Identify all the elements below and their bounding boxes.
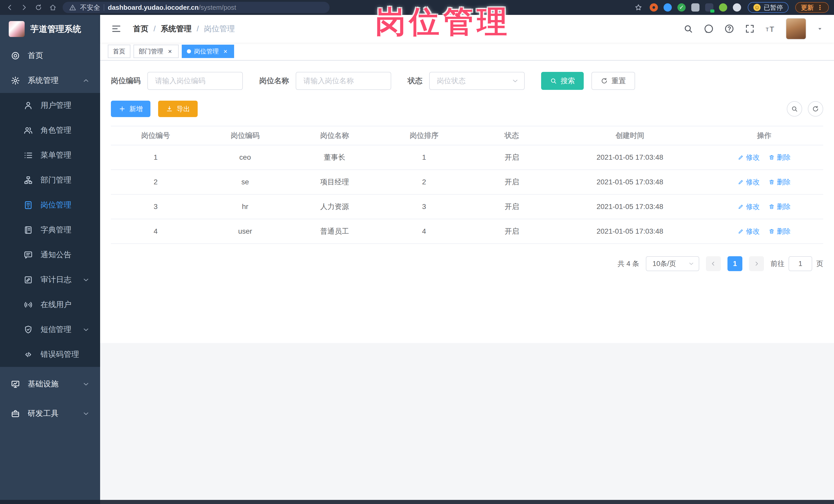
goto-page-input[interactable] — [789, 256, 812, 271]
refresh-button[interactable] — [808, 101, 823, 116]
delete-link[interactable]: 删除 — [769, 177, 791, 187]
cell-actions: 修改删除 — [705, 145, 823, 170]
toggle-search-button[interactable] — [787, 101, 802, 116]
edit-link[interactable]: 修改 — [738, 227, 760, 236]
column-header: 岗位编号 — [111, 126, 200, 145]
help-icon[interactable] — [724, 24, 734, 34]
sidebar-item-errcode[interactable]: 错误码管理 — [0, 342, 100, 367]
ext-gray-tool-icon[interactable] — [691, 3, 700, 12]
sidebar-item-devtools[interactable]: 研发工具 — [0, 401, 100, 426]
cell-actions: 修改删除 — [705, 170, 823, 194]
breadcrumb-item[interactable]: 系统管理 — [161, 24, 192, 34]
next-page-button[interactable] — [749, 256, 764, 271]
prev-page-button[interactable] — [706, 256, 721, 271]
bookmark-star-icon[interactable] — [634, 3, 643, 12]
breadcrumb: 首页/系统管理/岗位管理 — [133, 24, 235, 34]
edit-link[interactable]: 修改 — [738, 202, 760, 211]
github-icon[interactable] — [704, 24, 714, 34]
post-code-input[interactable] — [147, 72, 243, 90]
update-button[interactable]: 更新 ⋮ — [795, 2, 829, 13]
refresh-icon — [601, 77, 608, 85]
edit-label: 修改 — [746, 202, 760, 211]
search-icon[interactable] — [683, 24, 693, 34]
table-tools — [787, 101, 823, 116]
cell-no: 2 — [111, 170, 200, 194]
delete-link[interactable]: 删除 — [769, 227, 791, 236]
url-text[interactable]: dashboard.yudao.iocoder.cn/system/post — [108, 4, 236, 12]
sidebar-item-home[interactable]: 首页 — [0, 43, 100, 68]
address-bar[interactable]: 不安全 dashboard.yudao.iocoder.cn/system/po… — [63, 2, 330, 13]
fullscreen-icon[interactable] — [745, 24, 755, 34]
sidebar-item-online[interactable]: 在线用户 — [0, 292, 100, 317]
page-number-button[interactable]: 1 — [727, 256, 742, 271]
delete-link[interactable]: 删除 — [769, 202, 791, 211]
post-name-input[interactable] — [296, 72, 391, 90]
breadcrumb-item[interactable]: 首页 — [133, 24, 148, 34]
logo-row[interactable]: 芋道管理系统 — [0, 15, 100, 43]
edit-link[interactable]: 修改 — [738, 153, 760, 162]
extensions: ✓ — [650, 3, 741, 12]
table-row: 3hr人力资源3开启2021-01-05 17:03:48修改删除 — [111, 194, 823, 219]
ext-light-puzzle-icon[interactable] — [733, 3, 741, 12]
cell-code: hr — [200, 194, 290, 219]
sidebar-item-role[interactable]: 角色管理 — [0, 118, 100, 143]
cell-no: 4 — [111, 219, 200, 244]
status-label: 状态 — [408, 76, 422, 86]
forward-icon[interactable] — [20, 3, 29, 12]
ext-green-leaf-icon[interactable] — [719, 3, 727, 12]
search-button[interactable]: 搜索 — [541, 72, 584, 90]
tabs-bar: 首页部门管理×岗位管理× — [100, 43, 834, 61]
ext-blue-pin-icon[interactable] — [663, 3, 672, 12]
tab-岗位管理[interactable]: 岗位管理× — [182, 45, 234, 58]
sidebar-item-dict[interactable]: 字典管理 — [0, 217, 100, 242]
edit-link[interactable]: 修改 — [738, 177, 760, 187]
export-button[interactable]: 导出 — [158, 101, 198, 117]
sidebar-item-sms[interactable]: 短信管理 — [0, 317, 100, 342]
back-icon[interactable] — [5, 3, 14, 12]
sidebar-item-menu[interactable]: 菜单管理 — [0, 143, 100, 168]
sidebar-item-user[interactable]: 用户管理 — [0, 93, 100, 118]
ext-green-check-icon[interactable]: ✓ — [677, 3, 686, 12]
status-select[interactable]: 岗位状态 — [429, 72, 525, 90]
sidebar-item-post[interactable]: 岗位管理 — [0, 193, 100, 217]
shield-icon — [24, 325, 33, 334]
close-icon[interactable]: × — [222, 48, 229, 55]
ext-orange-ring-icon[interactable] — [650, 3, 658, 12]
logo-image — [9, 21, 25, 37]
sidebar-item-system[interactable]: 系统管理 — [0, 68, 100, 93]
sidebar-item-audit[interactable]: 审计日志 — [0, 267, 100, 292]
cell-sort: 3 — [379, 194, 469, 219]
delete-label: 删除 — [777, 153, 791, 162]
chevron-up-icon — [82, 77, 90, 85]
tab-首页[interactable]: 首页 — [108, 45, 130, 58]
avatar[interactable] — [786, 18, 806, 40]
page-size-select[interactable]: 10条/页 — [646, 256, 699, 271]
pagination: 共 4 条 10条/页 1 前往 页 — [111, 256, 823, 271]
sidebar: 芋道管理系统 首页系统管理用户管理角色管理菜单管理部门管理岗位管理字典管理通知公… — [0, 15, 100, 504]
sidebar-item-label: 基础设施 — [28, 379, 59, 389]
column-header: 创建时间 — [555, 126, 705, 145]
download-icon — [166, 105, 173, 112]
browser-menu-icon[interactable]: ⋮ — [817, 4, 823, 11]
caret-down-icon[interactable] — [816, 25, 823, 32]
cell-sort: 4 — [379, 219, 469, 244]
reload-icon[interactable] — [34, 3, 43, 12]
hamburger-icon[interactable] — [111, 23, 122, 34]
tab-部门管理[interactable]: 部门管理× — [133, 45, 179, 58]
reset-button[interactable]: 重置 — [591, 72, 635, 90]
sidebar-item-label: 菜单管理 — [41, 150, 71, 160]
sidebar-item-notice[interactable]: 通知公告 — [0, 242, 100, 267]
browser-home-icon[interactable] — [48, 3, 58, 12]
sidebar-item-dept[interactable]: 部门管理 — [0, 168, 100, 193]
paused-pill[interactable]: ☺ 已暂停 — [748, 2, 789, 13]
sidebar-item-infra[interactable]: 基础设施 — [0, 372, 100, 396]
cell-name: 普通员工 — [290, 219, 379, 244]
close-icon[interactable]: × — [166, 48, 174, 55]
font-size-icon[interactable]: TT — [765, 24, 775, 34]
delete-link[interactable]: 删除 — [769, 153, 791, 162]
security-label[interactable]: 不安全 — [80, 3, 100, 12]
home-icon — [11, 51, 20, 60]
cell-no: 1 — [111, 145, 200, 170]
ext-dark-badge-icon[interactable] — [705, 3, 714, 12]
add-button[interactable]: 新增 — [111, 101, 150, 117]
